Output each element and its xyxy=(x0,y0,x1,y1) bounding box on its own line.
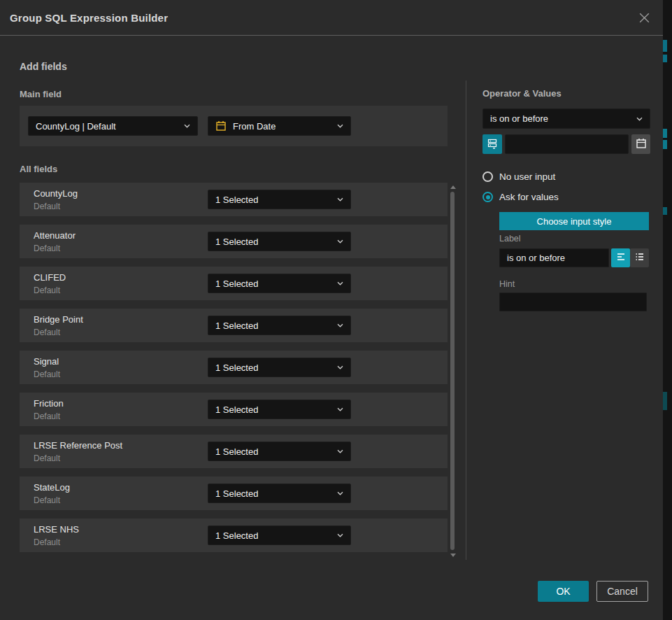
layer-dropdown-value: CountyLog | Default xyxy=(36,121,116,132)
chevron-down-icon xyxy=(337,407,343,411)
align-left-icon xyxy=(616,252,626,264)
field-subtitle: Default xyxy=(34,286,60,295)
list-style-button[interactable] xyxy=(630,248,649,267)
chevron-down-icon xyxy=(337,533,343,537)
field-subtitle: Default xyxy=(34,453,60,463)
label-input[interactable] xyxy=(499,248,609,267)
selected-count-label: 1 Selected xyxy=(215,404,258,415)
chevron-down-icon xyxy=(337,323,343,327)
ok-button[interactable]: OK xyxy=(538,581,589,602)
choose-input-style-button[interactable]: Choose input style xyxy=(499,212,649,230)
field-row: CLIFED Default 1 Selected xyxy=(20,267,448,300)
date-picker-button[interactable] xyxy=(631,134,650,154)
cancel-button[interactable]: Cancel xyxy=(596,581,648,602)
background-fragment xyxy=(663,140,667,149)
field-row: StateLog Default 1 Selected xyxy=(20,477,448,510)
field-row: Friction Default 1 Selected xyxy=(20,393,448,426)
field-values-dropdown[interactable]: 1 Selected xyxy=(208,400,351,419)
close-icon[interactable] xyxy=(636,10,652,25)
hint-field-label: Hint xyxy=(499,279,515,289)
date-value-input[interactable] xyxy=(505,134,629,154)
dialog-title: Group SQL Expression Builder xyxy=(10,12,168,24)
operator-dropdown[interactable]: is on or before xyxy=(482,108,650,129)
dialog-header: Group SQL Expression Builder xyxy=(0,0,663,36)
all-fields-label: All fields xyxy=(20,164,57,174)
field-name: Attenuator xyxy=(34,230,76,241)
field-values-dropdown[interactable]: 1 Selected xyxy=(208,358,351,377)
field-row: LRSE Reference Post Default 1 Selected xyxy=(20,435,448,468)
field-name: LRSE Reference Post xyxy=(34,440,122,451)
field-values-dropdown[interactable]: 1 Selected xyxy=(208,190,351,209)
field-subtitle: Default xyxy=(34,327,60,337)
field-name: Signal xyxy=(34,356,59,367)
chevron-down-icon xyxy=(337,124,343,128)
layer-dropdown[interactable]: CountyLog | Default xyxy=(28,116,198,136)
selected-count-label: 1 Selected xyxy=(215,446,258,457)
background-fragment xyxy=(663,207,667,215)
field-name: CLIFED xyxy=(34,272,66,283)
field-subtitle: Default xyxy=(34,495,60,505)
chevron-down-icon xyxy=(337,491,343,495)
selected-count-label: 1 Selected xyxy=(215,195,258,205)
scrollbar-down-arrow-icon[interactable] xyxy=(450,554,456,557)
field-values-dropdown[interactable]: 1 Selected xyxy=(208,526,351,545)
scrollbar-thumb[interactable] xyxy=(450,192,455,550)
field-subtitle: Default xyxy=(34,369,60,379)
selected-count-label: 1 Selected xyxy=(215,488,258,499)
screen: Group SQL Expression Builder Add fields … xyxy=(0,0,672,620)
stacked-values-icon xyxy=(487,138,498,151)
scrollbar-up-arrow-icon[interactable] xyxy=(450,185,456,189)
field-subtitle: Default xyxy=(34,202,60,211)
chevron-down-icon xyxy=(337,281,343,286)
field-values-dropdown[interactable]: 1 Selected xyxy=(208,274,351,293)
single-line-style-button[interactable] xyxy=(611,248,630,267)
chevron-down-icon xyxy=(337,197,343,202)
main-field-dropdown[interactable]: From Date xyxy=(208,116,351,136)
main-field-panel: CountyLog | Default From Date xyxy=(20,106,448,146)
field-name: StateLog xyxy=(34,482,70,493)
field-name: LRSE NHS xyxy=(34,524,79,535)
selected-count-label: 1 Selected xyxy=(215,530,258,541)
field-row: Signal Default 1 Selected xyxy=(20,351,448,384)
selected-count-label: 1 Selected xyxy=(215,237,258,247)
hint-input[interactable] xyxy=(499,293,647,311)
panel-divider xyxy=(466,80,466,560)
calendar-icon xyxy=(636,138,647,151)
operator-dropdown-value: is on or before xyxy=(490,113,548,124)
selected-count-label: 1 Selected xyxy=(215,279,258,289)
background-fragment xyxy=(663,40,667,52)
field-name: CountyLog xyxy=(34,188,78,199)
field-row: LRSE NHS Default 1 Selected xyxy=(20,519,448,552)
background-app-strip xyxy=(663,0,672,620)
main-field-dropdown-value: From Date xyxy=(233,121,276,132)
field-values-dropdown[interactable]: 1 Selected xyxy=(208,316,351,335)
radio-ask-for-values[interactable]: Ask for values xyxy=(482,192,559,202)
all-fields-list: CountyLog Default 1 Selected Attenuator … xyxy=(20,183,448,561)
radio-no-user-input[interactable]: No user input xyxy=(482,171,555,182)
chevron-down-icon xyxy=(184,124,190,128)
calendar-icon xyxy=(215,120,227,132)
field-row: CountyLog Default 1 Selected xyxy=(20,183,448,216)
field-name: Friction xyxy=(34,398,64,409)
field-name: Bridge Point xyxy=(34,314,83,325)
background-fragment xyxy=(663,392,667,410)
field-values-dropdown[interactable]: 1 Selected xyxy=(208,484,351,503)
field-values-dropdown[interactable]: 1 Selected xyxy=(208,442,351,461)
chevron-down-icon xyxy=(337,449,343,453)
operator-values-heading: Operator & Values xyxy=(482,88,562,99)
main-field-label: Main field xyxy=(20,89,62,99)
chevron-down-icon xyxy=(337,365,343,369)
radio-unselected-icon xyxy=(482,171,493,182)
field-subtitle: Default xyxy=(34,537,60,547)
radio-selected-icon xyxy=(482,192,493,202)
field-row: Bridge Point Default 1 Selected xyxy=(20,309,448,342)
field-subtitle: Default xyxy=(34,411,60,421)
group-sql-expression-builder-dialog: Group SQL Expression Builder Add fields … xyxy=(0,0,663,620)
multiple-values-button[interactable] xyxy=(482,134,502,154)
field-values-dropdown[interactable]: 1 Selected xyxy=(208,232,351,251)
field-subtitle: Default xyxy=(34,244,60,253)
field-row: Attenuator Default 1 Selected xyxy=(20,225,448,258)
background-fragment xyxy=(663,129,667,138)
chevron-down-icon xyxy=(337,239,343,244)
label-field-label: Label xyxy=(499,234,521,244)
